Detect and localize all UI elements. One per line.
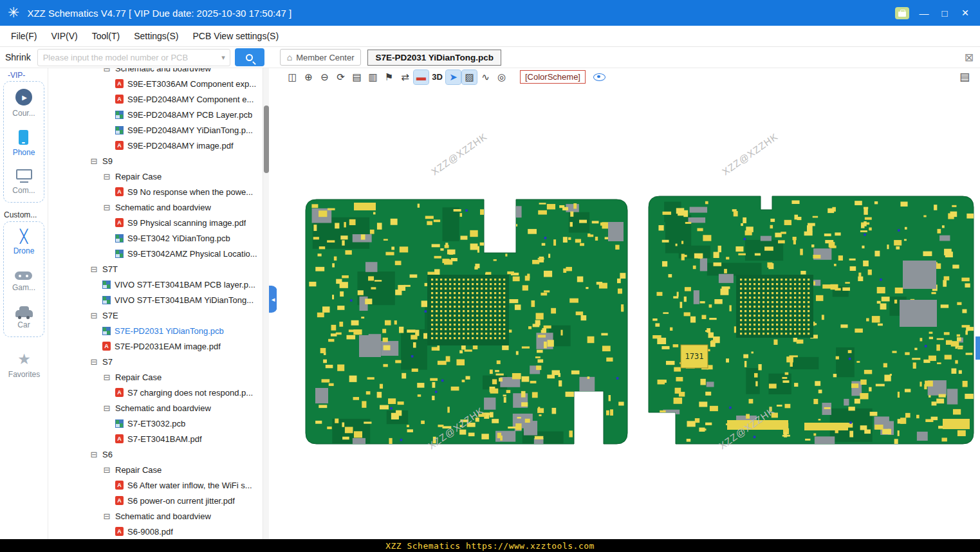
pcb-canvas[interactable]: 1731XZZ@XZZHKXZZ@XZZHKXZZ@XZZHKXZZ@XZZHK	[277, 86, 980, 539]
menu-settings[interactable]: Settings(S)	[127, 31, 185, 41]
close-panel-icon[interactable]: ⊠	[965, 51, 974, 64]
top-layer-icon[interactable]: ▤	[349, 70, 364, 84]
tree-folder-row[interactable]: ⊟Repair Case	[48, 462, 269, 477]
tree-folder-row[interactable]: ⊟S7E	[48, 308, 269, 323]
collapse-minus-icon[interactable]: ⊟	[102, 403, 111, 413]
tree-folder-row[interactable]: ⊟Schematic and boardview	[48, 400, 269, 416]
zoom-in-icon[interactable]: ⊕	[301, 70, 316, 84]
collapse-minus-icon[interactable]: ⊟	[89, 264, 98, 274]
bottom-layer-icon[interactable]: ▥	[365, 70, 380, 84]
tree-scrollbar[interactable]	[263, 68, 269, 539]
tree-file-row[interactable]: S7-ET3032.pcb	[48, 416, 269, 431]
canvas-scrollbar-thumb[interactable]	[975, 336, 980, 360]
sidebar-item-drone[interactable]: ╳ Drone	[14, 229, 35, 255]
close-button[interactable]: ×	[959, 6, 971, 20]
pdf-file-icon: A	[115, 79, 124, 88]
tree-item-label: Schematic and boardview	[115, 511, 211, 521]
tree-scrollbar-thumb[interactable]	[264, 106, 269, 173]
collapse-minus-icon[interactable]: ⊟	[89, 156, 98, 166]
sidebar-item-phone[interactable]: Phone	[13, 130, 35, 157]
refresh-view-icon[interactable]: ⟳	[333, 70, 348, 84]
mouse-mode-icon[interactable]: ◎	[494, 70, 509, 84]
sidebar-item-favorites[interactable]: ★ Favorites	[0, 351, 48, 379]
collapse-minus-icon[interactable]: ⊟	[89, 357, 98, 367]
tree-file-row[interactable]: S9-ET3042AMZ Physical Locatio...	[48, 246, 269, 261]
menu-pcb-view-settings[interactable]: PCB View settings(S)	[185, 31, 286, 41]
tree-file-row[interactable]: AS9E-PD2048AMY Component e...	[48, 91, 269, 107]
collapse-minus-icon[interactable]: ⊟	[102, 203, 111, 212]
pin-flag-icon[interactable]: ⚑	[382, 70, 396, 84]
tree-folder-row[interactable]: ⊟S6	[48, 446, 269, 462]
collapse-minus-icon[interactable]: ⊟	[102, 511, 111, 521]
tree-item-label: S7E	[102, 311, 118, 320]
tree-file-row[interactable]: AS7E-PD2031EAM image.pdf	[48, 338, 269, 354]
tree-folder-row[interactable]: ⊟Repair Case	[48, 169, 269, 184]
tree-file-row[interactable]: AS9 Physical scanning image.pdf	[48, 215, 269, 230]
tree-file-row[interactable]: S9E-PD2048AMY PCB Layer.pcb	[48, 107, 269, 122]
tree-file-row[interactable]: S9-ET3042 YiDianTong.pcb	[48, 230, 269, 246]
menu-file[interactable]: File(F)	[4, 31, 44, 41]
maximize-button[interactable]: □	[939, 8, 950, 19]
chevron-down-icon[interactable]: ▾	[217, 53, 230, 62]
collapse-minus-icon[interactable]: ⊟	[102, 465, 111, 475]
license-icon[interactable]	[895, 7, 909, 19]
collapse-minus-icon[interactable]: ⊟	[89, 450, 98, 459]
tree-file-row[interactable]: AS9 No response when the powe...	[48, 184, 269, 199]
tree-folder-row[interactable]: ⊟Repair Case	[48, 369, 269, 385]
tree-file-row[interactable]: S9E-PD2048AMY YiDianTong.p...	[48, 122, 269, 138]
tree-folder-row[interactable]: ⊟S9	[48, 153, 269, 169]
sidebar-item-game[interactable]: Gam...	[12, 268, 35, 292]
tree-item-label: S7	[102, 357, 113, 367]
colorscheme-button[interactable]: [ColorScheme]	[520, 70, 586, 84]
pdf-file-icon: A	[115, 434, 124, 443]
flip-board-icon[interactable]: ⇄	[398, 70, 412, 84]
tab-active-pcb[interactable]: S7E-PD2031 YiDianTong.pcb	[367, 50, 501, 66]
tree-folder-row[interactable]: ⊟Schematic and boardview	[48, 199, 269, 215]
window-title: XZZ Schematics V4.77 [ VIP Due date: 202…	[27, 8, 291, 19]
tree-file-row[interactable]: VIVO S7T-ET3041BAM PCB layer.p...	[48, 277, 269, 292]
tree-file-row[interactable]: AS7 charging does not respond.p...	[48, 385, 269, 400]
minimize-button[interactable]: —	[918, 8, 930, 19]
tree-item-label: S9 No response when the powe...	[127, 187, 253, 197]
search-button[interactable]	[235, 48, 264, 66]
collapse-minus-icon[interactable]: ⊟	[102, 373, 111, 382]
tree-file-row[interactable]: AS6-9008.pdf	[48, 524, 269, 539]
area-select-icon[interactable]: ▨	[462, 70, 477, 84]
tree-item-label: S7-ET3032.pcb	[127, 419, 185, 428]
member-center-label: Member Center	[296, 53, 354, 62]
tree-file-row[interactable]: S7E-PD2031 YiDianTong.pcb	[48, 323, 269, 338]
member-center-button[interactable]: ⌂ Member Center	[280, 49, 362, 66]
search-box[interactable]: ▾	[37, 49, 230, 66]
tree-file-row[interactable]: AS6 After water inflow, the WiFi s...	[48, 477, 269, 493]
menu-vip[interactable]: VIP(V)	[44, 31, 84, 41]
layers-panel-icon[interactable]: ▤	[959, 70, 970, 84]
zoom-out-icon[interactable]: ⊖	[317, 70, 332, 84]
panel-splitter[interactable]: ◂	[269, 68, 277, 539]
pan-arrow-icon[interactable]: ➤	[446, 70, 461, 84]
measure-curve-icon[interactable]: ∿	[478, 70, 493, 84]
tree-file-row[interactable]: AS9E-ET3036AM Component exp...	[48, 76, 269, 91]
sidebar-item-car[interactable]: Car	[15, 304, 33, 329]
collapse-minus-icon[interactable]: ⊟	[102, 68, 111, 73]
collapse-minus-icon[interactable]: ⊟	[89, 311, 98, 320]
tree-file-row[interactable]: AS7-ET3041BAM.pdf	[48, 431, 269, 446]
3d-view-label[interactable]: 3D	[430, 70, 445, 84]
tree-folder-row[interactable]: ⊟Schematic and boardview	[48, 68, 269, 76]
vip-label: -VIP-	[8, 71, 48, 80]
shrink-button[interactable]: Shrink	[0, 52, 37, 62]
tree-folder-row[interactable]: ⊟Schematic and boardview	[48, 508, 269, 524]
tree-file-row[interactable]: AS9E-PD2048AMY image.pdf	[48, 138, 269, 153]
collapse-minus-icon[interactable]: ⊟	[102, 172, 111, 181]
eye-icon[interactable]	[593, 73, 606, 81]
tree-folder-row[interactable]: ⊟S7	[48, 354, 269, 369]
search-input[interactable]	[38, 53, 217, 62]
sidebar-item-computer[interactable]: Com...	[12, 169, 35, 195]
tree-file-row[interactable]: VIVO S7T-ET3041BAM YiDianTong...	[48, 292, 269, 308]
tree-file-row[interactable]: AS6 power-on current jitter.pdf	[48, 493, 269, 508]
sidebar-item-course[interactable]: ▶ Cour...	[12, 89, 35, 118]
menu-tool[interactable]: Tool(T)	[85, 31, 127, 41]
split-view-icon[interactable]: ◫	[285, 70, 300, 84]
tree-list: ⊟Schematic and boardviewAS9E-ET3036AM Co…	[48, 68, 269, 539]
tree-folder-row[interactable]: ⊟S7T	[48, 261, 269, 277]
red-board-icon[interactable]: ▬	[414, 70, 429, 84]
